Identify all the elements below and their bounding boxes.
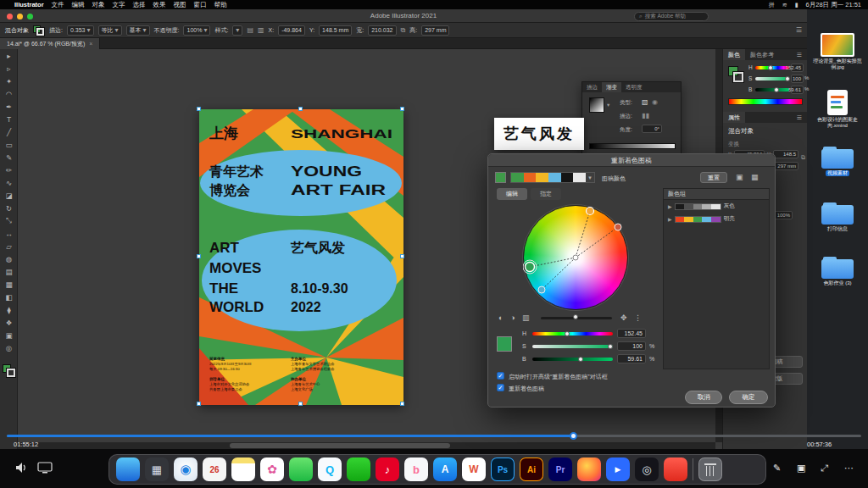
menu-effect[interactable]: 效果 [153,1,166,9]
zoom-tool[interactable]: ◎ [0,341,18,354]
line-tool[interactable]: ╱ [0,125,18,138]
constrain-link-icon[interactable]: ⧉ [801,154,805,161]
desktop-file-jpg[interactable]: 理论背景_色彩实操范例.jpg [807,33,868,70]
app-menu-illustrator[interactable]: Illustrator [14,1,44,8]
pen-tool[interactable]: ✒ [0,100,18,113]
dock-item-qq[interactable]: Q [318,458,342,481]
cancel-button[interactable]: 取消 [685,391,722,404]
checkbox-open-advanced[interactable]: ✓ [497,372,504,380]
s-value[interactable]: 100 [791,75,804,83]
panel-stroke-swatch[interactable] [733,72,743,82]
ok-button[interactable]: 确定 [729,391,768,404]
scale-tool[interactable]: ⤡ [0,214,18,227]
dock-item-app-store[interactable]: A [433,458,457,481]
type-tool[interactable]: T [0,113,18,125]
artwork-colors-dropdown[interactable]: ▾ [510,172,595,183]
eyedropper-tool[interactable]: ⧫ [0,303,18,316]
shaper-tool[interactable]: ∿ [0,176,18,189]
dock-item-photoshop[interactable]: Ps [491,458,515,481]
remark-icon[interactable]: ▣ [797,463,805,474]
th-input[interactable]: 297 mm [773,162,798,170]
menu-help[interactable]: 帮助 [214,1,227,9]
s-value-input[interactable]: 100 [617,341,646,351]
menu-object[interactable]: 对象 [92,1,105,9]
volume-icon[interactable] [15,462,29,474]
selection-handle[interactable] [298,107,303,111]
video-progress-handle[interactable] [570,432,577,440]
dock-item-photos[interactable]: ✿ [260,458,284,481]
toolbar-fill-stroke-swatch[interactable] [3,364,15,377]
desktop-folder-homework[interactable]: 色彩作业 (3) [807,257,868,286]
menu-view[interactable]: 视图 [174,1,186,9]
width-tool[interactable]: ↔ [0,227,18,240]
gradient-angle-input[interactable]: 0° [642,125,662,133]
h-slider[interactable] [755,66,789,69]
panel-menu-icon[interactable]: ☰ [792,49,807,60]
color-spectrum-bar[interactable] [728,98,803,105]
selection-handle[interactable] [400,402,404,406]
desktop-folder-video[interactable]: 视频素材 [807,147,868,176]
rotate-tool[interactable]: ↻ [0,202,18,214]
blend-tool[interactable]: ❖ [0,316,18,329]
constrain-link-icon[interactable]: ⧉ [401,26,406,35]
panel-menu-icon[interactable]: ☰ [792,112,807,123]
tab-color-guide[interactable]: 颜色参考 [745,49,779,60]
swatch-grid-icon[interactable]: ▦ [751,173,759,181]
desktop-file-xmind[interactable]: 色彩设计的图案走向.xmind [807,90,868,129]
stroke-option-icon[interactable]: ▮▮ [642,112,649,119]
artboard-tool[interactable]: ▣ [0,329,18,341]
wifi-icon[interactable]: ≋ [782,2,787,8]
paintbrush-tool[interactable]: ✎ [0,151,18,164]
dock-item-calendar[interactable]: 26 [203,458,226,481]
pencil-tool[interactable]: ✏ [0,164,18,176]
magic-wand-tool[interactable]: ✦ [0,75,18,87]
color-bars-mode-icon[interactable]: ▥ [522,313,530,322]
selection-handle[interactable] [197,254,201,258]
b-value[interactable]: 59.61 [791,86,804,94]
dock-item-bilibili[interactable]: b [404,458,428,481]
dialog-titlebar[interactable]: 重新着色图稿 [488,154,775,167]
tab-assign[interactable]: 指定 [531,188,561,200]
input-method-icon[interactable]: 拼 [769,1,775,9]
desktop-folder-print[interactable]: 打印信息 [807,202,868,232]
s-slider[interactable] [532,345,613,348]
wheel-center-handle[interactable] [573,255,578,260]
menu-file[interactable]: 文件 [52,1,64,9]
s-slider[interactable] [755,77,789,80]
dock-item-finder[interactable] [116,458,140,481]
wheel-options-icon[interactable]: ⋮ [634,313,642,322]
free-transform-tool[interactable]: ▱ [0,240,18,252]
reset-button[interactable]: 重置 [700,172,727,183]
checkbox-recolor-artwork[interactable]: ✓ [497,384,504,391]
dock-item-premiere[interactable]: Pr [548,458,572,481]
tab-stroke[interactable]: 描边 [582,82,602,92]
tab-transparency[interactable]: 透明度 [621,82,647,92]
fullscreen-icon[interactable]: ⤢ [821,463,828,474]
radial-gradient-icon[interactable]: ◉ [652,98,658,106]
dock-item-tencent-meeting[interactable]: ▶ [606,458,630,481]
dock-item-netease-music[interactable]: ♪ [376,458,399,481]
selection-handle[interactable] [400,254,404,258]
battery-icon[interactable]: ▮ [795,2,798,8]
dock-item-messages[interactable] [289,458,313,481]
width-input[interactable]: 210.032 [368,25,396,36]
lasso-tool[interactable]: ◠ [0,87,18,100]
height-input[interactable]: 297 mm [421,25,449,36]
h-slider[interactable] [532,332,613,336]
menu-type[interactable]: 文字 [113,1,125,9]
tab-color[interactable]: 颜色 [723,49,745,60]
dock-item-safari[interactable]: ◉ [174,458,198,481]
panel-menu-icon[interactable]: ☰ [796,26,802,34]
current-color-swatch[interactable] [497,336,512,352]
wheel-smooth-mode-icon[interactable]: ◐ [498,313,503,322]
color-group-swatch[interactable] [495,172,506,183]
wheel-marker-cyan[interactable] [538,286,545,293]
poster-artboard[interactable]: 上海 SHANGHAI 青年艺术 博览会 YOUNG ART FAIR ART … [199,109,403,405]
dock-item-illustrator[interactable]: Ai [520,458,543,481]
linear-gradient-icon[interactable]: ▧ [642,98,648,106]
selection-handle[interactable] [298,402,303,406]
width-profile-select[interactable]: 等比▾ [98,25,122,36]
b-slider[interactable] [755,88,789,92]
dock-item-firefox[interactable] [577,458,601,481]
wheel-marker-green-selected[interactable] [526,263,535,272]
